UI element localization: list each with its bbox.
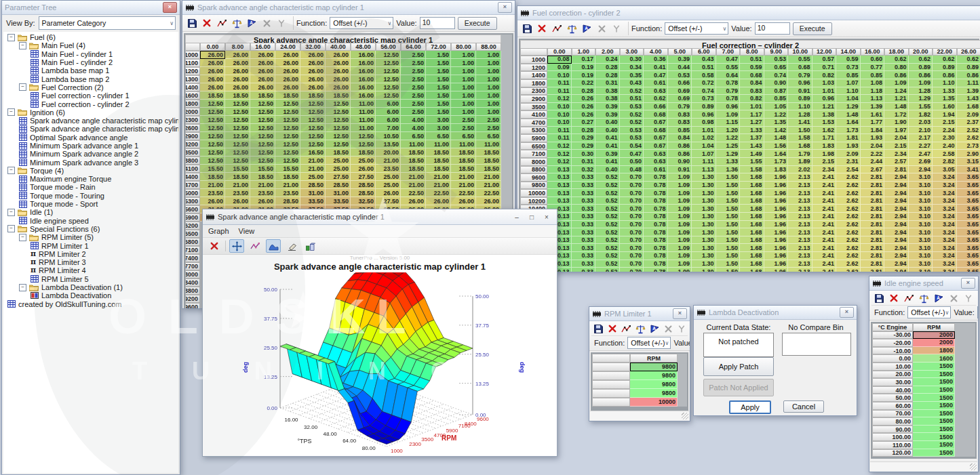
map-cell[interactable]: 0.78 (644, 205, 668, 213)
row-header[interactable]: 4100 (185, 165, 200, 173)
map-cell[interactable]: 2.54 (836, 166, 861, 174)
resize-grip[interactable] (970, 463, 977, 470)
map-cell[interactable]: 11.00 (351, 116, 376, 124)
map-cell[interactable]: 2.13 (788, 173, 812, 182)
map-cell[interactable]: 3.65 (957, 189, 980, 197)
map-cell[interactable]: 0.44 (668, 64, 692, 72)
map-cell[interactable]: 2.41 (812, 252, 837, 260)
map-cell[interactable]: 1.41 (788, 119, 812, 127)
map-cell[interactable]: 2.50 (401, 59, 426, 67)
map-cell[interactable]: 12.50 (250, 148, 275, 157)
rpm-cell[interactable]: 2000 (913, 331, 955, 339)
map-cell[interactable]: 1.50 (716, 260, 741, 268)
row-header[interactable]: 3800 (185, 157, 200, 165)
map-cell[interactable]: 0.87 (764, 87, 789, 96)
delete-icon[interactable] (201, 18, 212, 28)
map-cell[interactable]: 0.48 (620, 166, 644, 174)
map-cell[interactable]: 28.50 (351, 189, 376, 197)
map-cell[interactable]: 1.73 (764, 158, 789, 166)
map-cell[interactable]: 2.94 (884, 244, 909, 252)
map-cell[interactable]: 1.10 (788, 103, 812, 111)
map-cell[interactable]: 1.33 (740, 127, 764, 135)
map-cell[interactable]: 21.00 (300, 157, 326, 165)
map-cell[interactable]: 0.58 (692, 71, 716, 79)
delete-icon[interactable] (536, 23, 547, 34)
map-cell[interactable]: 1.68 (740, 197, 764, 205)
map-cell[interactable]: 2.94 (884, 228, 909, 236)
map-cell[interactable]: 2.41 (812, 268, 837, 272)
map-cell[interactable]: 1.00 (451, 91, 476, 100)
map-cell[interactable]: 3.65 (957, 260, 980, 268)
map-cell[interactable]: 26.00 (225, 67, 250, 75)
map-cell[interactable]: 1.01 (740, 103, 764, 111)
row-header[interactable]: 5600 (185, 205, 200, 213)
row-header[interactable]: 9600 (520, 173, 547, 182)
rpm-cell[interactable]: 9800 (630, 363, 678, 371)
map-cell[interactable]: 1.35 (764, 119, 789, 127)
map-cell[interactable]: 2.10 (909, 127, 933, 135)
map-cell[interactable]: 1.48 (884, 103, 909, 111)
map-cell[interactable]: 6.50 (476, 132, 501, 140)
map-cell[interactable]: 0.52 (595, 205, 620, 213)
map-cell[interactable]: 6.00 (376, 108, 401, 116)
titlebar[interactable]: Spark advance angle characteristic map c… (203, 209, 557, 225)
column-header[interactable]: °C Engine (872, 323, 913, 331)
map-cell[interactable]: 1.09 (884, 79, 909, 87)
column-header[interactable]: 14.00 (836, 48, 861, 56)
map-cell[interactable]: 18.50 (250, 173, 275, 181)
view-by-select[interactable]: Parameter Category∨ (39, 16, 176, 30)
map-cell[interactable]: 2.47 (909, 150, 933, 158)
map-cell[interactable]: 0.63 (644, 87, 668, 96)
map-cell[interactable]: 27.50 (326, 173, 351, 181)
close-button[interactable]: × (840, 307, 854, 318)
map-cell[interactable]: 25.00 (300, 173, 326, 181)
map-cell[interactable]: 0.13 (547, 182, 572, 190)
map-cell[interactable]: 1.68 (740, 182, 764, 190)
map-cell[interactable]: 26.00 (200, 197, 225, 205)
map-cell[interactable]: 26.00 (451, 197, 476, 205)
map-cell[interactable]: 3.65 (957, 221, 980, 229)
map-cell[interactable]: 2.50 (401, 51, 426, 59)
map-cell[interactable]: 13.50 (376, 140, 401, 148)
curve-icon[interactable] (248, 239, 262, 253)
map-cell[interactable]: 2.41 (812, 173, 837, 182)
map-cell[interactable]: 11.00 (351, 100, 376, 108)
column-header[interactable]: 7.00 (716, 48, 741, 56)
tree-item[interactable]: Maximum engine Torque (3, 175, 178, 183)
map-cell[interactable]: 0.47 (716, 56, 741, 64)
tree-item[interactable]: Minimum Spark advance angle 2 (3, 150, 178, 158)
tree-item[interactable]: Fuel correction - cylinder 1 (3, 91, 178, 100)
map-cell[interactable]: 12.50 (300, 108, 326, 116)
map-cell[interactable]: 1.28 (909, 87, 933, 96)
map-cell[interactable]: 0.11 (547, 79, 572, 87)
map-cell[interactable]: 0.47 (644, 71, 668, 79)
rpm-cell[interactable]: 1500 (913, 426, 955, 434)
map-cell[interactable]: 1.83 (764, 166, 789, 174)
map-cell[interactable]: 16.00 (351, 83, 376, 91)
map-cell[interactable]: 1.50 (426, 108, 451, 116)
map-cell[interactable]: 0.78 (644, 197, 668, 205)
map-cell[interactable]: 12.50 (300, 116, 326, 124)
map-cell[interactable]: 1.68 (740, 213, 764, 221)
map-cell[interactable]: 25.00 (326, 157, 351, 165)
cube-chart-icon[interactable] (302, 239, 317, 253)
tree-item[interactable]: RPM Limiter 5 (3, 275, 178, 283)
function-select[interactable]: Offset (+/-)∨ (907, 306, 951, 318)
flag-icon[interactable]: A (933, 293, 944, 304)
row-header[interactable]: 2600 (185, 124, 200, 132)
map-cell[interactable]: 26.00 (376, 189, 401, 197)
map-cell[interactable]: 0.70 (620, 228, 644, 236)
temp-cell[interactable]: -20.00 (872, 339, 913, 347)
map-cell[interactable]: 0.10 (547, 71, 572, 79)
row-header[interactable]: 1000 (185, 51, 200, 59)
map-cell[interactable]: 1.50 (426, 59, 451, 67)
map-cell[interactable]: 2.40 (933, 142, 957, 150)
map-cell[interactable]: 0.22 (572, 79, 596, 87)
map-cell[interactable]: 12.50 (351, 132, 376, 140)
map-cell[interactable]: 1.36 (716, 166, 741, 174)
map-cell[interactable]: 1.50 (716, 173, 741, 182)
map-cell[interactable]: 25.00 (376, 181, 401, 189)
titlebar[interactable]: Spark advance angle characteristic map c… (182, 1, 515, 15)
map-cell[interactable]: 1.48 (764, 134, 789, 142)
map-cell[interactable]: 0.90 (668, 158, 692, 166)
